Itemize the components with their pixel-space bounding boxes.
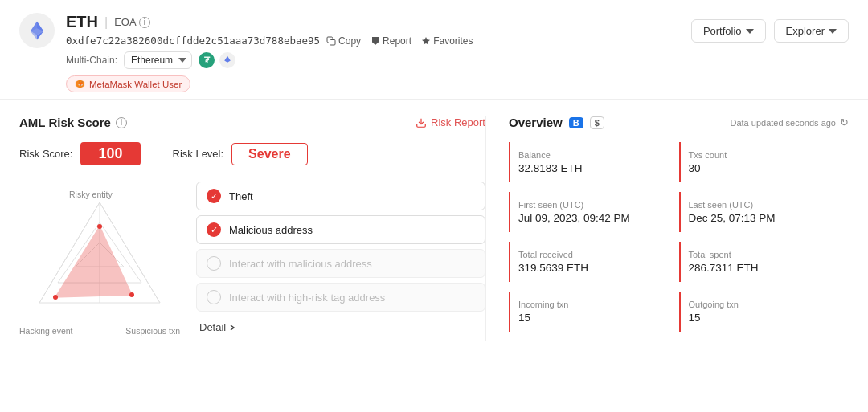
- report-link[interactable]: Report: [371, 35, 411, 47]
- updated-text: Data updated seconds ago ↻: [731, 116, 850, 128]
- overview-item-total-spent: Total spent 286.7311 ETH: [679, 242, 850, 282]
- aml-section-title: AML Risk Score i Risk Report: [19, 116, 485, 129]
- eth-chain-icon: [219, 52, 235, 68]
- portfolio-button[interactable]: Portfolio: [691, 19, 766, 43]
- metamask-icon: 🦊: [75, 79, 85, 89]
- title-divider: |: [104, 15, 108, 30]
- risk-row: Risk Score: 100 Risk Level: Severe: [19, 142, 485, 165]
- top-right-buttons: Portfolio Explorer: [691, 19, 849, 43]
- action-links: Copy Report Favorites: [326, 35, 473, 47]
- interact-high-risk-icon: [207, 290, 221, 304]
- overview-item-first-seen: First seen (UTC) Jul 09, 2023, 09:42 PM: [509, 192, 679, 232]
- address-row: 0xdfe7c22a382600dcffdde2c51aaa73d788ebae…: [66, 35, 473, 47]
- total-received-value: 319.5639 ETH: [518, 262, 679, 274]
- copy-label: Copy: [338, 35, 361, 47]
- total-spent-value: 286.7311 ETH: [689, 262, 850, 274]
- aml-info-icon[interactable]: i: [116, 117, 127, 128]
- radar-label-top: Risky entity: [69, 190, 113, 199]
- risk-score-value: 100: [80, 142, 140, 165]
- tether-icon: ₮: [199, 52, 215, 68]
- total-spent-label: Total spent: [689, 250, 850, 259]
- txs-count-label: Txs count: [689, 150, 850, 160]
- risk-level-block: Risk Level: Severe: [173, 143, 308, 165]
- radar-chart: Risky entity Hacking event Suspicious tx…: [19, 178, 180, 339]
- svg-point-13: [53, 295, 58, 300]
- first-seen-value: Jul 09, 2023, 09:42 PM: [518, 212, 679, 224]
- overview-item-balance: Balance 32.8183 ETH: [509, 142, 679, 182]
- title-row: ETH | EOA i: [66, 13, 473, 31]
- outgoing-txn-value: 15: [689, 312, 850, 324]
- explorer-button[interactable]: Explorer: [774, 19, 849, 43]
- eth-title: ETH: [66, 13, 98, 31]
- overview-section: Overview B $ Data updated seconds ago ↻ …: [485, 116, 849, 341]
- risk-item-theft: Theft: [196, 182, 485, 210]
- risk-level-label: Risk Level:: [173, 148, 224, 160]
- aml-section: AML Risk Score i Risk Report Risk Score:…: [19, 116, 485, 341]
- aml-title-text: AML Risk Score: [19, 116, 111, 129]
- explorer-label: Explorer: [786, 25, 825, 37]
- overview-item-outgoing-txn: Outgoing txn 15: [679, 292, 850, 332]
- main-content: AML Risk Score i Risk Report Risk Score:…: [0, 100, 868, 357]
- theft-label: Theft: [229, 190, 253, 202]
- chain-select[interactable]: Ethereum: [124, 51, 192, 69]
- s-badge[interactable]: $: [590, 116, 604, 129]
- eoa-info-icon[interactable]: i: [139, 17, 150, 28]
- interact-malicious-label: Interact with malicious address: [229, 258, 372, 270]
- risk-report-label: Risk Report: [431, 116, 485, 128]
- top-bar: ETH | EOA i 0xdfe7c22a382600dcffdde2c51a…: [0, 0, 868, 100]
- last-seen-label: Last seen (UTC): [689, 200, 850, 210]
- interact-high-risk-label: Interact with high-risk tag address: [229, 292, 385, 304]
- first-seen-label: First seen (UTC): [518, 200, 679, 210]
- malicious-active-icon: [207, 222, 221, 237]
- risk-item-interact-malicious: Interact with malicious address: [196, 249, 485, 278]
- theft-active-icon: [207, 189, 221, 203]
- interact-malicious-icon: [207, 256, 221, 271]
- detail-link[interactable]: Detail: [196, 321, 485, 333]
- detail-label: Detail: [199, 321, 226, 333]
- aml-body: Risky entity Hacking event Suspicious tx…: [19, 178, 485, 339]
- radar-label-bottom-left: Hacking event: [19, 326, 73, 336]
- svg-text:🦊: 🦊: [78, 81, 84, 87]
- svg-rect-0: [330, 39, 336, 45]
- risk-level-value: Severe: [231, 143, 308, 165]
- risk-item-malicious: Malicious address: [196, 215, 485, 244]
- chain-icons: ₮: [199, 52, 235, 68]
- overview-header: Overview B $ Data updated seconds ago ↻: [509, 116, 849, 129]
- eoa-badge: EOA i: [114, 16, 149, 28]
- txs-count-value: 30: [689, 162, 850, 174]
- last-seen-value: Dec 25, 07:13 PM: [689, 212, 850, 224]
- explorer-chevron-icon: [829, 29, 837, 34]
- radar-label-bottom-right: Suspicious txn: [125, 326, 180, 336]
- overview-item-incoming-txn: Incoming txn 15: [509, 292, 679, 332]
- incoming-txn-label: Incoming txn: [518, 300, 679, 309]
- malicious-label: Malicious address: [229, 224, 313, 236]
- address-block: ETH | EOA i 0xdfe7c22a382600dcffdde2c51a…: [66, 13, 473, 92]
- copy-link[interactable]: Copy: [326, 35, 361, 47]
- refresh-icon[interactable]: ↻: [840, 116, 849, 128]
- metamask-tag[interactable]: 🦊 MetaMask Wallet User: [66, 75, 190, 92]
- outgoing-txn-label: Outgoing txn: [689, 300, 850, 309]
- metamask-tag-label: MetaMask Wallet User: [89, 80, 182, 89]
- eth-logo: [19, 13, 55, 48]
- svg-point-11: [97, 224, 102, 229]
- wallet-address: 0xdfe7c22a382600dcffdde2c51aaa73d788ebae…: [66, 35, 320, 47]
- overview-grid: Balance 32.8183 ETH Txs count 30 First s…: [509, 142, 849, 341]
- favorites-link[interactable]: Favorites: [421, 35, 473, 47]
- left-info: ETH | EOA i 0xdfe7c22a382600dcffdde2c51a…: [19, 13, 473, 92]
- overview-item-total-received: Total received 319.5639 ETH: [509, 242, 679, 282]
- eoa-label: EOA: [114, 16, 136, 28]
- risk-item-interact-high-risk: Interact with high-risk tag address: [196, 283, 485, 312]
- risk-report-link[interactable]: Risk Report: [416, 116, 485, 128]
- favorites-label: Favorites: [433, 35, 473, 47]
- total-received-label: Total received: [518, 250, 679, 259]
- download-icon: [416, 117, 427, 128]
- portfolio-chevron-icon: [746, 29, 754, 34]
- balance-value: 32.8183 ETH: [518, 162, 679, 174]
- risk-score-block: Risk Score: 100: [19, 142, 141, 165]
- risk-items-list: Theft Malicious address Interact with ma…: [196, 178, 485, 339]
- svg-point-12: [129, 292, 134, 297]
- chain-label: Multi-Chain:: [66, 55, 117, 66]
- overview-item-last-seen: Last seen (UTC) Dec 25, 07:13 PM: [679, 192, 850, 232]
- b-badge[interactable]: B: [569, 117, 583, 128]
- detail-chevron-icon: [228, 324, 236, 332]
